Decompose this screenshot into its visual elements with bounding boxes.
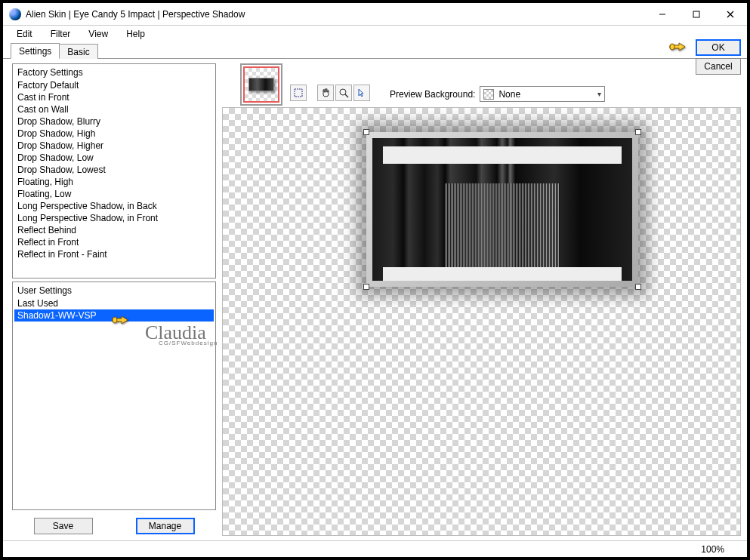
canvas-object[interactable] xyxy=(366,132,638,287)
transparency-swatch-icon xyxy=(483,89,494,100)
factory-item[interactable]: Drop Shadow, Low xyxy=(14,152,214,164)
factory-item[interactable]: Long Perspective Shadow, in Front xyxy=(14,212,214,224)
cancel-button[interactable]: Cancel xyxy=(696,58,741,75)
svg-rect-5 xyxy=(295,89,302,97)
settings-buttons: Save Manage xyxy=(12,513,216,536)
factory-item[interactable]: Drop Shadow, Lowest xyxy=(14,164,214,176)
tab-settings[interactable]: Settings xyxy=(11,43,60,59)
menu-help[interactable]: Help xyxy=(119,27,153,41)
titlebar-left: Alien Skin | Eye Candy 5 Impact | Perspe… xyxy=(9,8,245,20)
menu-filter[interactable]: Filter xyxy=(43,27,79,41)
factory-item[interactable]: Drop Shadow, High xyxy=(14,128,214,140)
tool-icons xyxy=(290,85,370,101)
factory-item[interactable]: Reflect in Front xyxy=(14,236,214,248)
tab-basic[interactable]: Basic xyxy=(59,44,97,59)
svg-rect-1 xyxy=(693,11,699,17)
pointer-tool-icon[interactable] xyxy=(353,85,370,101)
resize-handle-tr[interactable] xyxy=(635,129,641,135)
window-controls xyxy=(645,4,747,25)
svg-line-7 xyxy=(345,94,348,97)
preview-panel: Preview Background: None ▾ O xyxy=(222,59,747,540)
window-title: Alien Skin | Eye Candy 5 Impact | Perspe… xyxy=(26,9,245,20)
user-item[interactable]: Last Used xyxy=(14,297,214,309)
factory-item[interactable]: Floating, High xyxy=(14,176,214,188)
menu-view[interactable]: View xyxy=(81,27,116,41)
zoom-tool-icon[interactable] xyxy=(335,85,352,101)
save-button[interactable]: Save xyxy=(34,518,93,534)
preview-canvas[interactable] xyxy=(222,107,741,536)
svg-point-6 xyxy=(340,89,346,95)
menu-edit[interactable]: Edit xyxy=(9,27,40,41)
factory-item[interactable]: Drop Shadow, Blurry xyxy=(14,115,214,128)
content-area: Factory Settings Factory Default Cast in… xyxy=(3,59,747,540)
image-content xyxy=(372,138,632,281)
minimize-button[interactable] xyxy=(645,4,679,25)
titlebar: Alien Skin | Eye Candy 5 Impact | Perspe… xyxy=(3,3,747,26)
hand-tool-icon[interactable] xyxy=(317,85,334,101)
ok-button[interactable]: OK xyxy=(696,39,741,56)
tabbar: Settings Basic xyxy=(3,42,747,59)
app-window: Alien Skin | Eye Candy 5 Impact | Perspe… xyxy=(0,0,750,560)
settings-panel: Factory Settings Factory Default Cast in… xyxy=(3,59,222,540)
close-button[interactable] xyxy=(713,4,747,25)
factory-header: Factory Settings xyxy=(14,66,214,79)
factory-item[interactable]: Reflect Behind xyxy=(14,224,214,236)
resize-handle-br[interactable] xyxy=(635,284,641,290)
factory-item[interactable]: Cast in Front xyxy=(14,91,214,103)
marquee-tool-icon[interactable] xyxy=(290,85,307,101)
preview-bg-label: Preview Background: xyxy=(390,89,475,100)
factory-settings-list[interactable]: Factory Settings Factory Default Cast in… xyxy=(12,63,216,278)
zoom-level: 100% xyxy=(701,544,724,555)
user-header: User Settings xyxy=(14,284,214,297)
menubar: Edit Filter View Help xyxy=(3,26,747,42)
maximize-button[interactable] xyxy=(679,4,713,25)
toolbar: Preview Background: None ▾ O xyxy=(222,59,747,107)
user-settings-list[interactable]: User Settings Last Used Shadow1-WW-VSP xyxy=(12,282,216,510)
factory-item[interactable]: Factory Default xyxy=(14,79,214,91)
factory-item[interactable]: Long Perspective Shadow, in Back xyxy=(14,200,214,212)
factory-item[interactable]: Cast on Wall xyxy=(14,103,214,115)
factory-item[interactable]: Drop Shadow, Higher xyxy=(14,140,214,152)
preview-bg-control: Preview Background: None ▾ xyxy=(390,86,605,102)
factory-item[interactable]: Floating, Low xyxy=(14,188,214,200)
chevron-down-icon: ▾ xyxy=(597,90,601,98)
user-item-selected[interactable]: Shadow1-WW-VSP xyxy=(14,309,214,322)
image-frame xyxy=(366,132,638,287)
resize-handle-tl[interactable] xyxy=(363,129,369,135)
thumbnail[interactable] xyxy=(240,63,282,106)
preview-bg-select[interactable]: None ▾ xyxy=(480,86,605,102)
factory-item[interactable]: Reflect in Front - Faint xyxy=(14,248,214,260)
app-icon xyxy=(9,8,21,20)
preview-bg-value: None xyxy=(498,89,520,100)
manage-button[interactable]: Manage xyxy=(136,518,195,534)
resize-handle-bl[interactable] xyxy=(363,284,369,290)
dialog-buttons: OK Cancel xyxy=(696,39,741,75)
thumbnail-image xyxy=(243,66,279,103)
statusbar: 100% xyxy=(3,540,747,557)
